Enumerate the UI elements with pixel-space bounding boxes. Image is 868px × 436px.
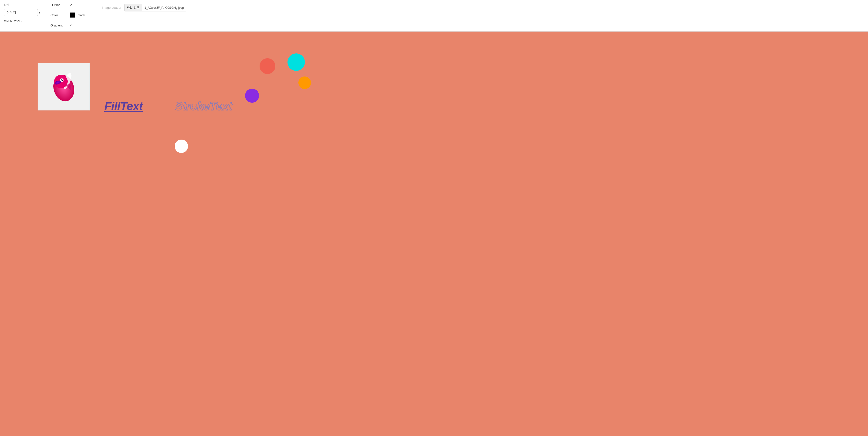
shape-section-label: 형태 — [4, 3, 43, 6]
stroke-text: StrokeText — [175, 99, 232, 113]
outline-checkmark[interactable]: ✓ — [70, 3, 73, 7]
fill-text: FillText — [104, 99, 143, 113]
color-row: Color black — [51, 12, 94, 18]
gradient-label: Gradient — [51, 24, 67, 27]
canvas-area[interactable]: FillText StrokeText — [0, 32, 868, 436]
gradient-row: Gradient ✓ — [51, 23, 94, 27]
image-card — [38, 63, 90, 111]
cyan-circle — [287, 53, 305, 71]
render-count: 렌더링 갯수: 9 — [4, 19, 43, 23]
file-choose-button[interactable]: 파일 선택 — [124, 4, 142, 11]
color-divider — [51, 21, 94, 21]
gradient-checkmark[interactable]: ✓ — [70, 23, 73, 27]
color-swatch[interactable] — [70, 12, 75, 18]
color-value: black — [78, 13, 85, 17]
shape-select-wrapper[interactable]: 이미지 원 사각형 ▼ — [4, 9, 43, 16]
fish-logo-svg — [44, 67, 83, 106]
red-circle — [259, 58, 275, 74]
toolbar: 형태 이미지 원 사각형 ▼ 렌더링 갯수: 9 Outline ✓ Color… — [0, 0, 868, 32]
image-loader-section: Image Loader 파일 선택 1_AGpcxJF_P...QG1GHg.… — [102, 3, 186, 11]
image-loader-label: Image Loader — [102, 6, 121, 9]
chevron-down-icon: ▼ — [38, 11, 41, 14]
options-section: Outline ✓ Color black Gradient ✓ — [51, 3, 94, 27]
svg-point-5 — [62, 79, 63, 80]
white-circle — [175, 140, 188, 153]
orange-circle — [299, 77, 311, 89]
outline-row: Outline ✓ — [51, 3, 94, 7]
file-input-wrapper[interactable]: 파일 선택 1_AGpcxJF_P...QG1GHg.jpeg — [124, 4, 186, 11]
file-name: 1_AGpcxJF_P...QG1GHg.jpeg — [142, 5, 186, 11]
shape-section: 형태 이미지 원 사각형 ▼ 렌더링 갯수: 9 — [4, 3, 43, 23]
outline-label: Outline — [51, 3, 67, 7]
color-label: Color — [51, 13, 67, 17]
purple-circle — [245, 89, 259, 103]
shape-select[interactable]: 이미지 원 사각형 — [4, 9, 38, 16]
outline-divider — [51, 10, 94, 10]
